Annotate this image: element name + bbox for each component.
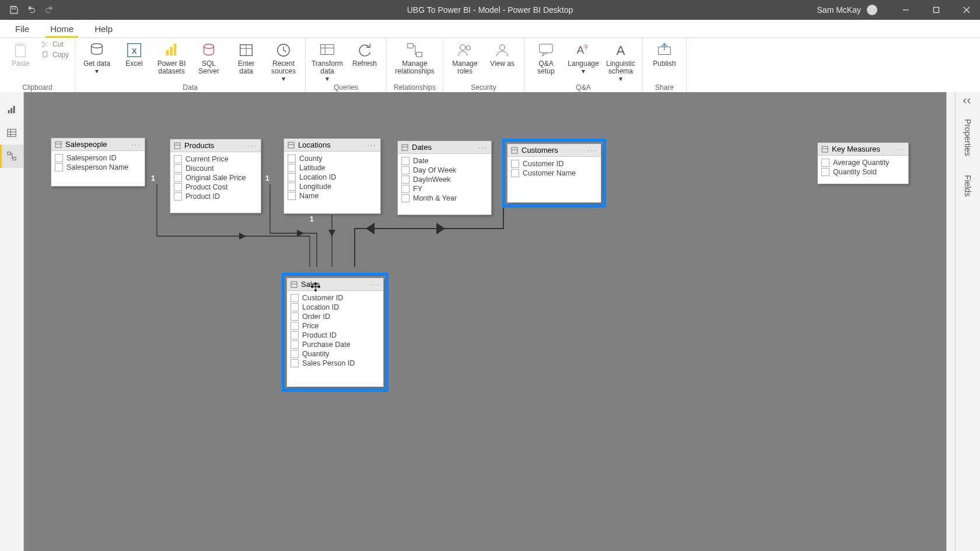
field-item[interactable]: Location ID — [290, 303, 380, 312]
field-item[interactable]: Name — [288, 191, 377, 201]
table-menu-icon[interactable]: ··· — [587, 146, 597, 155]
svg-rect-54 — [174, 143, 180, 149]
field-item[interactable]: Month & Year — [401, 194, 488, 203]
table-menu-icon[interactable]: ··· — [895, 145, 905, 153]
tab-help[interactable]: Help — [84, 20, 123, 37]
svg-rect-38 — [8, 129, 16, 137]
save-icon[interactable] — [9, 5, 19, 15]
view-switcher — [0, 92, 24, 551]
powerbi-datasets-button[interactable]: Power BI datasets — [156, 40, 187, 75]
tab-file[interactable]: File — [5, 20, 40, 37]
svg-rect-64 — [822, 146, 828, 152]
field-item[interactable]: Current Price — [174, 155, 257, 164]
field-item[interactable]: Quantity Sold — [821, 167, 905, 177]
field-item[interactable]: Customer ID — [511, 159, 597, 169]
linguistic-schema-button[interactable]: A Linguistic schema ▾ — [605, 40, 636, 83]
manage-relationships-button[interactable]: Manage relationships — [393, 40, 437, 75]
publish-button[interactable]: Publish — [649, 40, 680, 68]
expand-panes-button[interactable] — [956, 92, 980, 110]
svg-rect-37 — [13, 106, 15, 114]
table-menu-icon[interactable]: ··· — [131, 140, 141, 149]
recent-sources-button[interactable]: Recent sources ▾ — [268, 40, 299, 83]
tab-home[interactable]: Home — [40, 20, 84, 37]
table-customers[interactable]: Customers ··· Customer ID Customer Name — [507, 143, 601, 203]
fields-pane-tab[interactable]: Fields — [963, 166, 972, 206]
field-item[interactable]: Customer Name — [511, 169, 597, 178]
svg-marker-45 — [239, 233, 246, 240]
table-menu-icon[interactable]: ··· — [367, 141, 377, 149]
svg-rect-58 — [402, 145, 408, 150]
table-products[interactable]: Products ··· Current Price Discount Orig… — [170, 139, 261, 213]
qa-setup-button[interactable]: Q&A setup — [530, 40, 562, 75]
chevron-down-icon: ▾ — [582, 68, 585, 75]
table-locations[interactable]: Locations ··· County Latitude Location I… — [284, 138, 381, 214]
cut-button[interactable]: Cut — [41, 40, 69, 48]
field-item[interactable]: Price — [290, 321, 380, 331]
field-item[interactable]: Product ID — [174, 192, 257, 201]
field-item[interactable]: DayInWeek — [401, 175, 488, 184]
svg-rect-14 — [166, 50, 169, 55]
field-item[interactable]: FY — [401, 184, 488, 194]
field-item[interactable]: County — [288, 154, 377, 163]
field-item[interactable]: Day Of Week — [401, 166, 488, 175]
transform-data-button[interactable]: Transform data ▾ — [312, 40, 343, 83]
canvas-scrollbar[interactable] — [946, 92, 955, 551]
field-item[interactable]: Discount — [174, 164, 257, 173]
svg-text:X: X — [132, 47, 137, 55]
field-item[interactable]: Purchase Date — [290, 340, 380, 349]
field-item[interactable]: Customer ID — [290, 293, 380, 303]
get-data-button[interactable]: Get data ▾ — [81, 40, 113, 75]
field-item[interactable]: Order ID — [290, 312, 380, 321]
ribbon: Paste Cut Copy Clipboard Get data ▾ — [0, 38, 980, 93]
refresh-button[interactable]: Refresh — [349, 40, 380, 68]
properties-pane-tab[interactable]: Properties — [963, 110, 972, 166]
field-item[interactable]: Date — [401, 156, 488, 166]
language-button[interactable]: A字 Language ▾ — [568, 40, 599, 75]
field-item[interactable]: Quantity — [290, 349, 380, 359]
table-menu-icon[interactable]: ··· — [247, 141, 257, 150]
table-key-measures[interactable]: Key Measures ··· Average Quantity Quanti… — [817, 142, 909, 184]
enter-data-button[interactable]: Enter data — [230, 40, 262, 75]
copy-button[interactable]: Copy — [41, 51, 69, 59]
chevron-down-icon: ▾ — [282, 75, 285, 83]
model-view-button[interactable] — [0, 145, 23, 168]
view-as-button[interactable]: View as — [487, 40, 518, 68]
signed-in-user[interactable]: Sam McKay — [817, 5, 877, 15]
svg-rect-56 — [288, 142, 294, 148]
report-view-button[interactable] — [0, 98, 23, 121]
manage-roles-button[interactable]: Manage roles — [449, 40, 481, 75]
svg-text:1: 1 — [310, 215, 314, 223]
svg-rect-35 — [8, 110, 10, 113]
field-item[interactable]: Salesperson Name — [55, 163, 141, 172]
svg-rect-0 — [12, 7, 15, 9]
redo-icon[interactable] — [44, 5, 54, 15]
sql-server-button[interactable]: SQL Server — [193, 40, 225, 75]
minimize-button[interactable] — [892, 0, 919, 20]
svg-point-17 — [204, 44, 214, 49]
table-dates[interactable]: Dates ··· Date Day Of Week DayInWeek FY … — [397, 141, 492, 215]
field-item[interactable]: Product ID — [290, 331, 380, 340]
maximize-button[interactable] — [923, 0, 950, 20]
excel-button[interactable]: X Excel — [118, 40, 150, 68]
data-view-button[interactable] — [0, 121, 23, 145]
svg-marker-50 — [366, 223, 374, 234]
avatar — [867, 5, 877, 15]
field-item[interactable]: Latitude — [288, 163, 377, 173]
field-item[interactable]: Salesperson ID — [55, 153, 141, 163]
svg-rect-22 — [321, 45, 334, 55]
table-sales[interactable]: Sales ··· Customer ID Location ID Order … — [286, 278, 384, 387]
field-item[interactable]: Product Cost — [174, 183, 257, 192]
field-item[interactable]: Average Quantity — [821, 158, 905, 167]
field-item[interactable]: Location ID — [288, 173, 377, 182]
model-canvas[interactable]: 1 1 1 Salespeople ··· Salesperson — [24, 92, 955, 551]
table-menu-icon[interactable]: ··· — [370, 280, 380, 289]
close-button[interactable] — [953, 0, 980, 20]
table-salespeople[interactable]: Salespeople ··· Salesperson ID Salespers… — [51, 138, 145, 187]
field-item[interactable]: Original Sale Price — [174, 173, 257, 183]
svg-marker-51 — [436, 223, 445, 234]
undo-icon[interactable] — [27, 5, 36, 15]
table-menu-icon[interactable]: ··· — [478, 143, 488, 152]
field-item[interactable]: Longitude — [288, 182, 377, 191]
field-item[interactable]: Sales Person ID — [290, 359, 380, 368]
paste-button[interactable]: Paste — [6, 40, 35, 68]
